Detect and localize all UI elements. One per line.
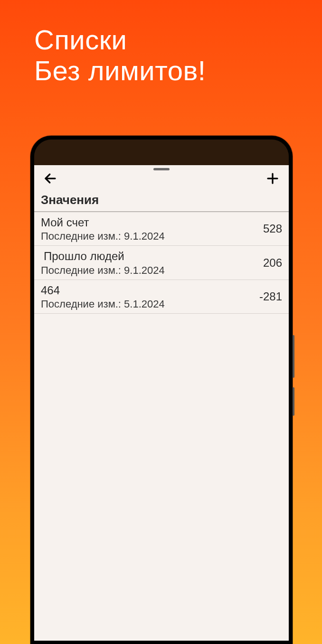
promo-line-1: Списки <box>34 25 206 56</box>
app-bar <box>34 165 289 192</box>
status-bar <box>34 140 289 165</box>
list-item[interactable]: Мой счетПоследние изм.: 9.1.2024528 <box>34 212 289 246</box>
promo-headline: Списки Без лимитов! <box>34 25 206 86</box>
phone-side-button <box>293 387 294 416</box>
back-button[interactable] <box>41 169 60 188</box>
phone-frame: Значения Мой счетПоследние изм.: 9.1.202… <box>30 136 293 644</box>
drag-handle[interactable] <box>153 168 170 170</box>
list-item-left: Прошло людейПоследние изм.: 9.1.2024 <box>41 249 165 276</box>
list-item-title: Прошло людей <box>41 249 165 264</box>
app-screen: Значения Мой счетПоследние изм.: 9.1.202… <box>34 165 289 641</box>
add-button[interactable] <box>263 169 282 188</box>
arrow-left-icon <box>43 171 57 186</box>
list-item-value: 528 <box>263 222 282 235</box>
list-item[interactable]: 464Последние изм.: 5.1.2024-281 <box>34 280 289 314</box>
list-item-title: Мой счет <box>41 215 165 230</box>
list-item-left: Мой счетПоследние изм.: 9.1.2024 <box>41 215 165 243</box>
phone-inner: Значения Мой счетПоследние изм.: 9.1.202… <box>34 140 289 641</box>
promo-line-2: Без лимитов! <box>34 56 206 86</box>
list-item-left: 464Последние изм.: 5.1.2024 <box>41 283 165 310</box>
plus-icon <box>265 171 280 186</box>
list-item-subtitle: Последние изм.: 5.1.2024 <box>41 298 165 310</box>
list-item-value: -281 <box>259 290 282 303</box>
list-item-subtitle: Последние изм.: 9.1.2024 <box>41 230 165 243</box>
list-item-value: 206 <box>263 256 282 270</box>
list-item-subtitle: Последние изм.: 9.1.2024 <box>41 264 165 277</box>
value-list: Мой счетПоследние изм.: 9.1.2024528Прошл… <box>34 212 289 314</box>
list-item-title: 464 <box>41 283 165 298</box>
list-item[interactable]: Прошло людейПоследние изм.: 9.1.2024206 <box>34 246 289 280</box>
phone-side-button <box>293 335 294 378</box>
section-title: Значения <box>34 192 289 212</box>
